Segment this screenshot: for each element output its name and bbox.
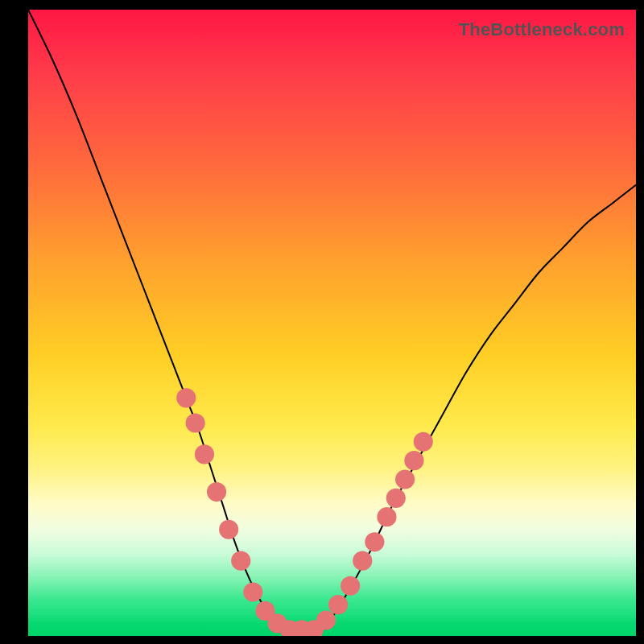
curve-markers	[176, 388, 433, 636]
curve-marker	[377, 507, 396, 526]
curve-marker	[328, 595, 348, 614]
curve-marker	[404, 451, 423, 470]
curve-marker	[395, 469, 415, 489]
curve-marker	[316, 610, 336, 630]
curve-marker	[365, 532, 384, 551]
curve-marker	[386, 489, 406, 508]
curve-marker	[195, 444, 214, 464]
chart-stage: TheBottleneck.com	[0, 0, 644, 644]
curve-marker	[243, 582, 262, 601]
plot-area: TheBottleneck.com	[28, 10, 636, 636]
curve-marker	[341, 576, 360, 596]
curve-marker	[231, 551, 250, 571]
curve-marker	[176, 388, 196, 407]
bottleneck-curve	[28, 10, 636, 630]
curve-marker	[207, 482, 226, 502]
curve-layer	[28, 10, 636, 636]
curve-marker	[186, 413, 205, 432]
curve-marker	[219, 520, 238, 539]
curve-marker	[353, 551, 372, 571]
curve-marker	[414, 432, 433, 452]
